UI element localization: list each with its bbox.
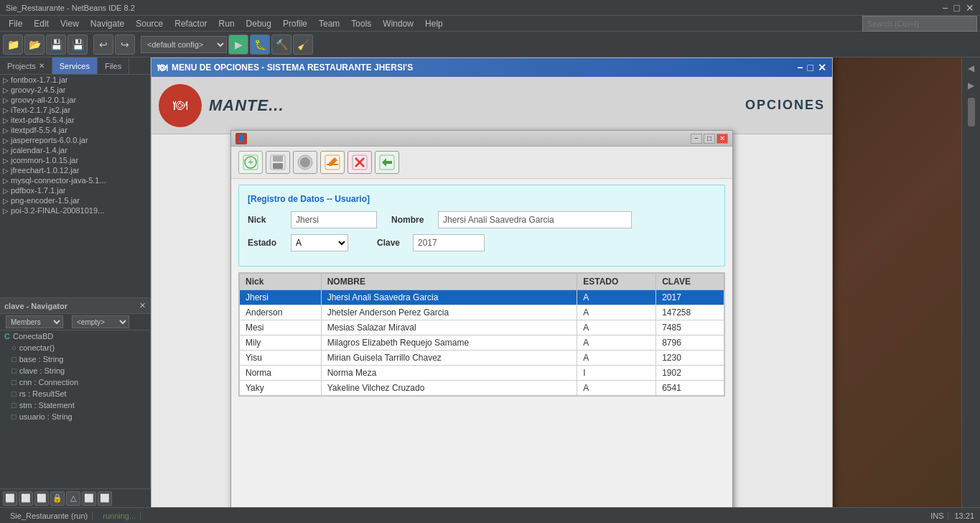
list-item[interactable]: ▷jcommon-1.0.15.jar bbox=[0, 155, 150, 165]
open-btn[interactable]: 📂 bbox=[24, 34, 45, 55]
list-item[interactable]: ▷poi-3.2-FINAL-20081019... bbox=[0, 205, 150, 216]
build-btn[interactable]: 🔨 bbox=[271, 34, 291, 55]
search-input[interactable] bbox=[862, 16, 977, 32]
nav-filter-dropdown[interactable]: <empty> bbox=[72, 315, 129, 328]
add-record-btn[interactable]: + bbox=[238, 151, 263, 174]
minimize-btn[interactable]: − bbox=[942, 2, 948, 14]
menu-run[interactable]: Run bbox=[213, 17, 241, 30]
list-item[interactable]: ▷pdfbox-1.7.1.jar bbox=[0, 185, 150, 195]
menu-help[interactable]: Help bbox=[419, 17, 449, 30]
nav-tree-conectar[interactable]: ○ conectar() bbox=[0, 342, 150, 353]
nav-tree-base[interactable]: □ base : String bbox=[0, 353, 150, 365]
inner-close-btn[interactable]: ✕ bbox=[717, 134, 728, 144]
inner-minimize-btn[interactable]: − bbox=[691, 134, 702, 144]
edit-record-btn[interactable] bbox=[320, 151, 345, 174]
list-item[interactable]: ▷png-encoder-1.5.jar bbox=[0, 195, 150, 205]
cancel-record-btn[interactable] bbox=[293, 151, 317, 174]
list-item[interactable]: ▷mysql-connector-java-5.1... bbox=[0, 175, 150, 185]
expand-icon: ▷ bbox=[3, 167, 9, 175]
estado-select[interactable]: A I bbox=[291, 234, 348, 251]
scrollbar-thumb[interactable] bbox=[968, 98, 975, 126]
table-row[interactable]: YisuMirian Guisela Tarrillo ChavezA1230 bbox=[240, 351, 724, 366]
outer-close-btn[interactable]: ✕ bbox=[818, 62, 826, 73]
table-row[interactable]: MesiMesias Salazar MiravalA7485 bbox=[240, 320, 724, 335]
class-icon: C bbox=[4, 332, 10, 341]
tab-projects[interactable]: Projects ✕ bbox=[0, 57, 52, 74]
tab-strip: Projects ✕ Services Files bbox=[0, 57, 150, 75]
table-row[interactable]: NormaNorma MezaI1902 bbox=[240, 366, 724, 381]
tab-services[interactable]: Services bbox=[52, 57, 98, 74]
menu-bar: File Edit View Navigate Source Refactor … bbox=[0, 16, 980, 32]
save-record-btn[interactable] bbox=[266, 151, 290, 174]
menu-edit[interactable]: Edit bbox=[28, 17, 55, 30]
bt-btn-lock[interactable]: 🔒 bbox=[50, 491, 65, 506]
list-item[interactable]: ▷jasperreports-6.0.0.jar bbox=[0, 135, 150, 145]
config-dropdown[interactable]: <default config> bbox=[141, 36, 227, 53]
undo-btn[interactable]: ↩ bbox=[93, 34, 113, 55]
exit-btn[interactable] bbox=[375, 151, 399, 174]
close-projects-tab[interactable]: ✕ bbox=[39, 62, 45, 70]
nav-tree-conectabd[interactable]: C ConectaBD bbox=[0, 330, 150, 342]
close-btn[interactable]: ✕ bbox=[966, 2, 974, 14]
new-project-btn[interactable]: 📁 bbox=[3, 34, 23, 55]
list-item[interactable]: ▷jcalendar-1.4.jar bbox=[0, 145, 150, 155]
debug-btn[interactable]: 🐛 bbox=[250, 34, 270, 55]
status-bar: Sie_Restaurante (run) running... INS 13:… bbox=[0, 507, 980, 523]
list-item[interactable]: ▷groovy-2.4.5.jar bbox=[0, 85, 150, 95]
menu-team[interactable]: Team bbox=[313, 17, 345, 30]
nombre-input[interactable] bbox=[438, 211, 632, 228]
nav-tree-cnn[interactable]: □ cnn : Connection bbox=[0, 376, 150, 388]
clean-btn[interactable]: 🧹 bbox=[293, 34, 313, 55]
close-nav-icon[interactable]: ✕ bbox=[139, 301, 146, 310]
scroll-down-btn[interactable]: ▶ bbox=[965, 78, 977, 93]
bt-btn-2[interactable]: ⬜ bbox=[19, 491, 33, 506]
cell-clave: 1902 bbox=[656, 366, 724, 381]
window-controls[interactable]: − □ ✕ bbox=[942, 2, 974, 14]
menu-navigate[interactable]: Navigate bbox=[85, 17, 130, 30]
menu-debug[interactable]: Debug bbox=[241, 17, 277, 30]
nav-tree-usuario[interactable]: □ usuario : String bbox=[0, 411, 150, 422]
bt-btn-7[interactable]: ⬜ bbox=[98, 491, 112, 506]
list-item[interactable]: ▷jfreechart-1.0.12.jar bbox=[0, 165, 150, 175]
menu-window[interactable]: Window bbox=[377, 17, 419, 30]
maximize-btn[interactable]: □ bbox=[954, 2, 960, 14]
table-row[interactable]: YakyYakeline Vilchez CruzadoA6541 bbox=[240, 381, 724, 396]
nick-input[interactable] bbox=[291, 211, 377, 228]
menu-profile[interactable]: Profile bbox=[277, 17, 313, 30]
menu-source[interactable]: Source bbox=[130, 17, 169, 30]
nav-tree-rs[interactable]: □ rs : ResultSet bbox=[0, 388, 150, 399]
save-all-btn[interactable]: 💾 bbox=[67, 34, 88, 55]
outer-maximize-btn[interactable]: □ bbox=[808, 62, 813, 73]
outer-dialog: 🍽 MENU DE OPCIONES - SISTEMA RESTAURANTE… bbox=[151, 57, 833, 523]
nombre-label: Nombre bbox=[391, 215, 431, 225]
list-item[interactable]: ▷itextpdf-5.5.4.jar bbox=[0, 125, 150, 135]
list-item[interactable]: ▷iText-2.1.7.js2.jar bbox=[0, 105, 150, 115]
bt-btn-3[interactable]: ⬜ bbox=[34, 491, 49, 506]
outer-minimize-btn[interactable]: − bbox=[797, 62, 803, 73]
list-item[interactable]: ▷groovy-all-2.0.1.jar bbox=[0, 95, 150, 105]
redo-btn[interactable]: ↪ bbox=[115, 34, 135, 55]
scroll-up-btn[interactable]: ◀ bbox=[965, 60, 977, 76]
table-row[interactable]: MilyMilagros Elizabeth Requejo SamameA87… bbox=[240, 335, 724, 351]
delete-record-btn[interactable] bbox=[347, 151, 372, 174]
list-item[interactable]: ▷fontbox-1.7.1.jar bbox=[0, 75, 150, 85]
menu-tools[interactable]: Tools bbox=[345, 17, 377, 30]
run-btn[interactable]: ▶ bbox=[228, 34, 248, 55]
nav-tree-clave[interactable]: □ clave : String bbox=[0, 365, 150, 376]
nav-members-dropdown[interactable]: Members bbox=[6, 315, 63, 328]
table-row[interactable]: AndersonJhetsler Anderson Perez GarciaA1… bbox=[240, 305, 724, 320]
bt-btn-1[interactable]: ⬜ bbox=[3, 491, 17, 506]
tab-files[interactable]: Files bbox=[98, 57, 129, 74]
clave-input[interactable] bbox=[413, 234, 485, 251]
inner-restore-btn[interactable]: □ bbox=[704, 134, 715, 144]
bt-btn-6[interactable]: ⬜ bbox=[82, 491, 96, 506]
list-item[interactable]: ▷itext-pdfa-5.5.4.jar bbox=[0, 115, 150, 125]
table-row[interactable]: JhersiJhersi Anali Saavedra GarciaA2017 bbox=[240, 290, 724, 305]
field-icon: □ bbox=[11, 401, 17, 409]
menu-refactor[interactable]: Refactor bbox=[169, 17, 213, 30]
menu-view[interactable]: View bbox=[55, 17, 85, 30]
save-btn[interactable]: 💾 bbox=[46, 34, 66, 55]
nav-tree-stm[interactable]: □ stm : Statement bbox=[0, 399, 150, 411]
menu-file[interactable]: File bbox=[3, 17, 28, 30]
bt-btn-5[interactable]: △ bbox=[66, 491, 80, 506]
